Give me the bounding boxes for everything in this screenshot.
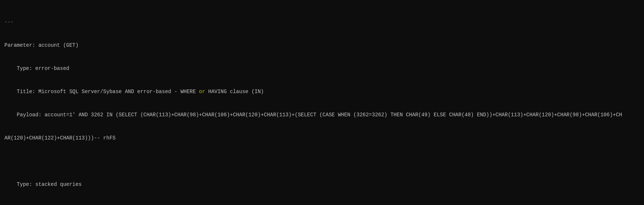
payload-error-line2: AR(120)+CHAR(122)+CHAR(113)))-- rhFS: [4, 134, 640, 142]
type-error-line: Type: error-based: [4, 65, 640, 73]
empty-line-1: [4, 158, 640, 165]
type-stacked-line: Type: stacked queries: [4, 181, 640, 188]
terminal-output: --- Parameter: account (GET) Type: error…: [0, 0, 644, 205]
payload-error-line1: Payload: account=1' AND 3262 IN (SELECT …: [4, 111, 640, 119]
param-line: Parameter: account (GET): [4, 42, 640, 49]
separator-line-1: ---: [4, 18, 640, 26]
title-error-line: Title: Microsoft SQL Server/Sybase AND e…: [4, 88, 640, 96]
